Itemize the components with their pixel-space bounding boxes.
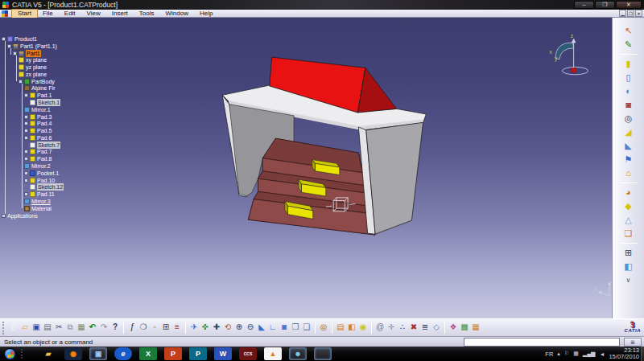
groove-tool-icon[interactable]: ◙ — [621, 98, 636, 112]
cut-icon[interactable]: ✂ — [53, 322, 64, 334]
paste-icon[interactable]: ▦ — [76, 322, 87, 334]
taskbar-app-excel[interactable]: X — [139, 347, 157, 360]
taskbar-app-catia[interactable] — [314, 347, 332, 360]
tree-node-zx-plane[interactable]: zx plane — [19, 71, 47, 78]
tree-node-pad7[interactable]: Pad.7 — [24, 148, 52, 155]
mail-icon[interactable]: @ — [374, 322, 386, 334]
expander-icon[interactable] — [24, 157, 28, 161]
loft-tool-icon[interactable]: ⌂ — [621, 166, 636, 180]
fly-mode-icon[interactable]: ✈ — [188, 322, 200, 334]
mdi-minimize-button[interactable]: ▁ — [619, 10, 626, 17]
menu-tools[interactable]: Tools — [134, 10, 160, 18]
menu-start[interactable]: Start — [12, 10, 37, 18]
tree-node-alpine-fir[interactable]: Alpine Fir — [24, 84, 56, 92]
expander-icon[interactable] — [24, 129, 28, 133]
taskbar-app-messenger[interactable]: ☻ — [289, 347, 307, 360]
sketcher-icon[interactable]: ✎ — [621, 38, 636, 51]
show-desktop-button[interactable] — [641, 347, 644, 361]
taskbar-app-media-player[interactable]: ◉ — [64, 347, 82, 360]
tree-node-material[interactable]: Material — [24, 205, 52, 212]
tree-node-part1-instance[interactable]: Part1 (Part1.1) — [7, 43, 57, 50]
expander-icon[interactable] — [2, 37, 6, 41]
viewport-3d[interactable]: z x y z x Product1 Part1 (Part1.1) Part1 — [0, 18, 644, 318]
taskbar-app-explorer[interactable]: ▰ — [39, 347, 57, 360]
expander-icon[interactable] — [24, 93, 28, 97]
action-center-icon[interactable]: ▦ — [573, 351, 579, 357]
taskbar-app-internet-explorer[interactable]: e — [114, 347, 132, 360]
menu-window[interactable]: Window — [160, 10, 194, 18]
toolbar-overflow-chevron[interactable]: ∨ — [626, 277, 631, 284]
menu-insert[interactable]: Insert — [106, 10, 134, 18]
stiffener-tool-icon[interactable]: ⚑ — [621, 153, 636, 166]
flag-icon[interactable]: ⚐ — [564, 351, 569, 357]
expander-icon[interactable] — [24, 178, 28, 183]
expander-icon[interactable] — [24, 171, 28, 175]
tree-node-pad6[interactable]: Pad.6 — [24, 134, 52, 142]
apply-material-icon[interactable]: ▦ — [470, 322, 481, 334]
taskbar-app-photo-viewer[interactable]: ▣ — [89, 347, 107, 360]
restore-button[interactable]: ❐ — [595, 1, 615, 9]
shell-tool-icon[interactable]: ❏ — [621, 227, 636, 240]
fillet-tool-icon[interactable]: ◕ — [621, 186, 636, 199]
chamfer-tool-icon[interactable]: ◆ — [621, 199, 636, 213]
power-copy-icon[interactable]: ◦ — [149, 322, 160, 334]
axis-system-icon[interactable]: ✛ — [386, 322, 397, 334]
constraint-icon[interactable]: ✖ — [408, 322, 419, 334]
mdi-close-button[interactable]: ✕ — [635, 10, 642, 17]
tree-node-product1[interactable]: Product1 — [2, 35, 37, 43]
expander-icon[interactable] — [19, 80, 23, 84]
pattern-tool-icon[interactable]: ⊞ — [621, 246, 636, 260]
catalog-icon[interactable]: ◎ — [318, 322, 329, 334]
taskbar-app-vlc[interactable]: ▲ — [264, 347, 282, 360]
taskbar-app-word[interactable]: W — [214, 347, 232, 360]
tree-node-yz-plane[interactable]: yz plane — [19, 64, 47, 71]
redo-icon[interactable]: ↷ — [98, 322, 109, 334]
undo-icon[interactable]: ↶ — [87, 322, 98, 334]
knowledge-icon[interactable]: ∴ — [397, 322, 408, 334]
copy-icon[interactable]: ⧉ — [64, 322, 76, 334]
expander-icon[interactable] — [7, 44, 11, 48]
tree-node-applications[interactable]: Applications — [2, 212, 38, 219]
compass[interactable]: z x y — [549, 33, 588, 75]
menu-edit[interactable]: Edit — [59, 10, 81, 18]
minimize-button[interactable]: – — [574, 1, 594, 9]
tree-node-pad1[interactable]: Pad.1 — [24, 92, 52, 99]
view-mode-icon[interactable]: ❐ — [290, 322, 301, 334]
tree-node-sketch1[interactable]: Sketch.1 — [30, 99, 60, 106]
tree-node-mirror3[interactable]: Mirror.3 — [24, 198, 51, 205]
view-mode-2-icon[interactable]: ❑ — [301, 322, 312, 334]
start-button[interactable] — [4, 348, 16, 360]
expander-icon[interactable] — [24, 115, 28, 119]
tree-node-pad11[interactable]: Pad.11 — [24, 191, 55, 198]
expander-icon[interactable] — [24, 192, 28, 196]
menu-view[interactable]: View — [81, 10, 106, 18]
measure-icon[interactable]: ▤ — [335, 322, 346, 334]
menu-help[interactable]: Help — [194, 10, 218, 18]
render-style-icon[interactable]: ◙ — [279, 322, 290, 334]
status-bar-button[interactable]: ≣ — [624, 338, 642, 347]
tree-node-pad5[interactable]: Pad.5 — [24, 127, 52, 134]
taskbar-app-publisher[interactable]: P — [189, 347, 207, 360]
rotate-icon[interactable]: ⟲ — [222, 322, 233, 334]
pan-icon[interactable]: ✚ — [211, 322, 222, 334]
whats-this-icon[interactable]: ? — [109, 322, 121, 334]
print-icon[interactable]: ▤ — [42, 322, 53, 334]
tree-node-xy-plane[interactable]: xy plane — [19, 56, 47, 64]
rib-tool-icon[interactable]: ◢ — [621, 125, 636, 139]
pocket-tool-icon[interactable]: ▯ — [621, 71, 636, 84]
expander-icon[interactable] — [24, 121, 28, 125]
save-icon[interactable]: ▣ — [31, 322, 42, 334]
hole-tool-icon[interactable]: ◎ — [621, 112, 636, 125]
language-indicator[interactable]: FR — [545, 351, 553, 358]
network-icon[interactable]: ▂▄▆ — [583, 351, 596, 357]
surface-icon[interactable]: ◇ — [431, 322, 442, 334]
mirror-tool-icon[interactable]: ◧ — [621, 260, 636, 273]
mass-properties-icon[interactable]: ◉ — [357, 322, 369, 334]
expander-icon[interactable] — [13, 51, 17, 55]
toolbar-grip[interactable] — [2, 322, 5, 334]
zoom-in-icon[interactable]: ⊕ — [233, 322, 245, 334]
expander-icon[interactable] — [24, 150, 28, 154]
tree-node-sketch12[interactable]: Sketch.12 — [30, 183, 64, 191]
expander-icon[interactable] — [24, 136, 28, 140]
measure-item-icon[interactable]: ◧ — [346, 322, 357, 334]
